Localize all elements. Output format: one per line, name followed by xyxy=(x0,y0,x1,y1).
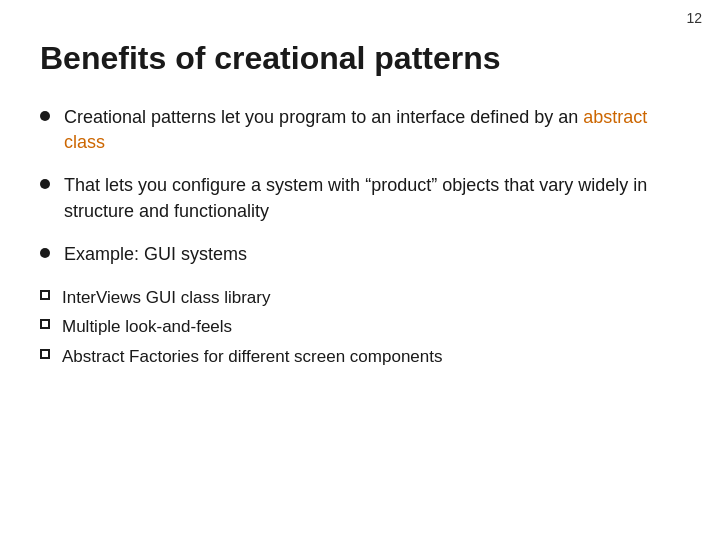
sub-bullet-item-2: Multiple look-and-feels xyxy=(40,314,680,340)
slide-number: 12 xyxy=(686,10,702,26)
bullet-text-1: Creational patterns let you program to a… xyxy=(64,105,680,155)
slide: 12 Benefits of creational patterns Creat… xyxy=(0,0,720,540)
bullet-text-2: That lets you configure a system with “p… xyxy=(64,173,680,223)
bullet-1-text-before: Creational patterns let you program to a… xyxy=(64,107,583,127)
sub-bullet-square-1 xyxy=(40,290,50,300)
slide-title: Benefits of creational patterns xyxy=(40,40,680,77)
sub-bullet-list: InterViews GUI class library Multiple lo… xyxy=(40,285,680,370)
bullet-dot-2 xyxy=(40,179,50,189)
sub-bullet-item-3: Abstract Factories for different screen … xyxy=(40,344,680,370)
bullet-item-1: Creational patterns let you program to a… xyxy=(40,105,680,155)
main-bullet-list: Creational patterns let you program to a… xyxy=(40,105,680,267)
sub-bullet-text-2: Multiple look-and-feels xyxy=(62,314,680,340)
sub-bullet-text-3: Abstract Factories for different screen … xyxy=(62,344,680,370)
sub-bullet-item-1: InterViews GUI class library xyxy=(40,285,680,311)
bullet-text-3: Example: GUI systems xyxy=(64,242,680,267)
bullet-dot-1 xyxy=(40,111,50,121)
sub-bullet-square-3 xyxy=(40,349,50,359)
sub-bullet-square-2 xyxy=(40,319,50,329)
sub-bullet-text-1: InterViews GUI class library xyxy=(62,285,680,311)
bullet-item-2: That lets you configure a system with “p… xyxy=(40,173,680,223)
bullet-dot-3 xyxy=(40,248,50,258)
bullet-item-3: Example: GUI systems xyxy=(40,242,680,267)
